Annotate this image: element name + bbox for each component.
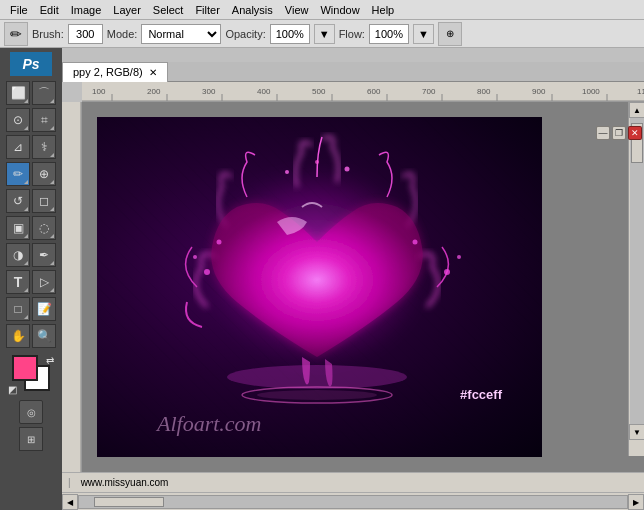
canvas-wrapper: #fcceff Alfoart.com ▲ ▼ <box>82 102 644 472</box>
svg-point-25 <box>204 269 210 275</box>
scroll-track-h <box>78 495 628 509</box>
screen-mode-button[interactable]: ⊞ <box>19 427 43 451</box>
svg-text:1000: 1000 <box>582 87 600 96</box>
minimize-button[interactable]: — <box>596 126 610 140</box>
menu-analysis[interactable]: Analysis <box>226 2 279 18</box>
window-controls: — ❐ ✕ <box>594 124 644 142</box>
svg-text:700: 700 <box>422 87 436 96</box>
svg-point-33 <box>315 160 319 164</box>
menu-view[interactable]: View <box>279 2 315 18</box>
svg-point-31 <box>285 170 289 174</box>
notes-tool[interactable]: 📝 <box>32 297 56 321</box>
scroll-up-arrow[interactable]: ▲ <box>629 102 644 118</box>
menu-help[interactable]: Help <box>366 2 401 18</box>
svg-text:300: 300 <box>202 87 216 96</box>
toolbar: Ps ⬜ ⌒ ⊙ ⌗ ⊿ ⚕ ✏ ⊕ ↺ ◻ ▣ ◌ ◑ ✒ T ▷ □ 📝 ✋… <box>0 48 62 510</box>
brush-tool-icon[interactable]: ✏ <box>4 22 28 46</box>
dodge-tool[interactable]: ◑ <box>6 243 30 267</box>
brush-tool[interactable]: ✏ <box>6 162 30 186</box>
ruler-left <box>62 102 82 472</box>
close-button[interactable]: ✕ <box>628 126 642 140</box>
text-tool[interactable]: T <box>6 270 30 294</box>
svg-text:200: 200 <box>147 87 161 96</box>
scroll-down-arrow[interactable]: ▼ <box>629 424 644 440</box>
svg-point-23 <box>227 365 407 389</box>
svg-point-35 <box>257 390 377 400</box>
artwork-canvas: #fcceff Alfoart.com <box>97 117 542 457</box>
color-swatches: ⇄ ◩ <box>8 355 54 395</box>
opacity-input[interactable] <box>270 24 310 44</box>
history-brush-tool[interactable]: ↺ <box>6 189 30 213</box>
menu-image[interactable]: Image <box>65 2 108 18</box>
menu-select[interactable]: Select <box>147 2 190 18</box>
svg-text:400: 400 <box>257 87 271 96</box>
brush-size-input[interactable] <box>68 24 103 44</box>
airbrush-icon[interactable]: ⊕ <box>438 22 462 46</box>
lasso-tool[interactable]: ⌒ <box>32 81 56 105</box>
scroll-thumb-h[interactable] <box>94 497 164 507</box>
ruler-top: 100 200 300 400 500 600 700 800 900 1000… <box>82 82 644 102</box>
menu-edit[interactable]: Edit <box>34 2 65 18</box>
shape-tool[interactable]: □ <box>6 297 30 321</box>
status-divider: | <box>68 477 71 488</box>
svg-point-29 <box>457 255 461 259</box>
mode-dropdown[interactable]: Normal Multiply Screen <box>141 24 221 44</box>
foreground-color-swatch[interactable] <box>12 355 38 381</box>
hand-tool[interactable]: ✋ <box>6 324 30 348</box>
quick-mask-toggle[interactable]: ◎ <box>19 400 43 424</box>
svg-point-27 <box>217 240 222 245</box>
scroll-track-v <box>630 118 644 440</box>
ruler-top-svg: 100 200 300 400 500 600 700 800 900 1000… <box>82 82 644 102</box>
bottom-bar: 25M/41.1M | www.missyuan.com ◀ ▶ <box>0 472 644 510</box>
crop-tool[interactable]: ⌗ <box>32 108 56 132</box>
quick-select-tool[interactable]: ⊙ <box>6 108 30 132</box>
marquee-tool[interactable]: ⬜ <box>6 81 30 105</box>
mode-label: Mode: <box>107 28 138 40</box>
svg-point-28 <box>444 269 450 275</box>
brush-label: Brush: <box>32 28 64 40</box>
spot-healing-tool[interactable]: ⚕ <box>32 135 56 159</box>
opacity-label: Opacity: <box>225 28 265 40</box>
menu-bar: File Edit Image Layer Select Filter Anal… <box>0 0 644 20</box>
flow-arrow[interactable]: ▼ <box>413 24 434 44</box>
zoom-tool[interactable]: 🔍 <box>32 324 56 348</box>
pen-tool[interactable]: ✒ <box>32 243 56 267</box>
svg-text:800: 800 <box>477 87 491 96</box>
svg-point-32 <box>345 167 350 172</box>
menu-file[interactable]: File <box>4 2 34 18</box>
flow-label: Flow: <box>339 28 365 40</box>
menu-filter[interactable]: Filter <box>189 2 225 18</box>
clone-stamp-tool[interactable]: ⊕ <box>32 162 56 186</box>
svg-text:1100: 1100 <box>637 87 644 96</box>
ps-logo: Ps <box>10 52 52 76</box>
default-colors-icon[interactable]: ◩ <box>8 384 17 395</box>
hashtag-overlay: #fcceff <box>460 387 502 402</box>
blur-tool[interactable]: ◌ <box>32 216 56 240</box>
svg-text:500: 500 <box>312 87 326 96</box>
svg-text:900: 900 <box>532 87 546 96</box>
gradient-tool[interactable]: ▣ <box>6 216 30 240</box>
scroll-left-arrow[interactable]: ◀ <box>62 494 78 510</box>
path-select-tool[interactable]: ▷ <box>32 270 56 294</box>
tab-bar: ppy 2, RGB/8) ✕ — ❐ ✕ <box>62 62 644 82</box>
document-tab[interactable]: ppy 2, RGB/8) ✕ <box>62 62 168 82</box>
swap-colors-icon[interactable]: ⇄ <box>46 355 54 366</box>
watermark-overlay: Alfoart.com <box>157 411 262 437</box>
svg-point-30 <box>413 240 418 245</box>
eyedropper-tool[interactable]: ⊿ <box>6 135 30 159</box>
scroll-right-arrow[interactable]: ▶ <box>628 494 644 510</box>
svg-text:600: 600 <box>367 87 381 96</box>
menu-layer[interactable]: Layer <box>107 2 147 18</box>
menu-window[interactable]: Window <box>314 2 365 18</box>
svg-point-26 <box>193 255 197 259</box>
flow-input[interactable] <box>369 24 409 44</box>
website-info: www.missyuan.com <box>81 477 169 488</box>
eraser-tool[interactable]: ◻ <box>32 189 56 213</box>
ruler-left-svg <box>62 102 82 472</box>
vertical-scrollbar[interactable]: ▲ ▼ <box>628 102 644 456</box>
horizontal-scrollbar: ◀ ▶ <box>62 494 644 510</box>
tab-close-icon[interactable]: ✕ <box>149 67 157 78</box>
restore-button[interactable]: ❐ <box>612 126 626 140</box>
heart-splash-svg <box>147 127 487 427</box>
opacity-arrow[interactable]: ▼ <box>314 24 335 44</box>
